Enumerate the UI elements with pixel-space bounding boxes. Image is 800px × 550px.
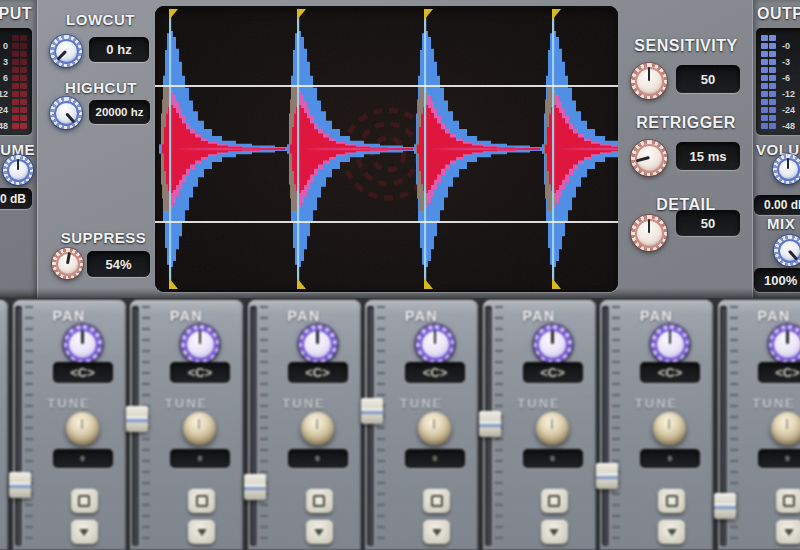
input-volume-value[interactable]: 0.00 dB bbox=[0, 188, 32, 209]
pan-value[interactable]: <C> bbox=[170, 362, 230, 383]
pan-value[interactable]: <C> bbox=[288, 362, 348, 383]
pan-value[interactable]: <C> bbox=[53, 362, 113, 383]
sample-next-button[interactable] bbox=[423, 520, 450, 544]
sensitivity-value[interactable]: 50 bbox=[676, 65, 740, 93]
pan-knob[interactable] bbox=[769, 325, 800, 363]
sample-prev-button[interactable] bbox=[188, 489, 215, 513]
meter-scale-label: -3 bbox=[782, 59, 790, 65]
highcut-knob[interactable] bbox=[50, 97, 82, 129]
tune-knob[interactable] bbox=[653, 412, 686, 445]
output-volume-value[interactable]: 0.00 dB bbox=[754, 195, 800, 215]
pan-knob[interactable] bbox=[299, 325, 337, 363]
tune-value[interactable]: 0 bbox=[758, 449, 800, 468]
pan-value[interactable]: <C> bbox=[758, 362, 800, 383]
fader-track[interactable] bbox=[602, 306, 609, 546]
sensitivity-knob[interactable] bbox=[631, 63, 667, 99]
pan-value[interactable]: <C> bbox=[523, 362, 583, 383]
fader-handle[interactable] bbox=[596, 463, 618, 489]
meter-led bbox=[12, 99, 19, 105]
channel-strip: PAN<C>TUNE0 bbox=[600, 300, 713, 550]
tune-knob[interactable] bbox=[536, 412, 569, 445]
sample-next-button[interactable] bbox=[188, 520, 215, 544]
mix-value[interactable]: 100% bbox=[754, 268, 800, 292]
mix-knob[interactable] bbox=[774, 235, 800, 266]
meter-led bbox=[769, 51, 776, 57]
down-arrow-icon bbox=[197, 529, 207, 536]
meter-led bbox=[20, 67, 27, 73]
meter-scale-label: -12 bbox=[782, 91, 795, 97]
trigger-marker-line[interactable] bbox=[552, 10, 554, 288]
input-volume-knob[interactable] bbox=[3, 155, 33, 185]
sample-next-button[interactable] bbox=[306, 520, 333, 544]
meter-led bbox=[20, 59, 27, 65]
tune-value[interactable]: 0 bbox=[640, 449, 700, 468]
fader-handle[interactable] bbox=[479, 411, 501, 437]
trigger-marker-line[interactable] bbox=[297, 10, 299, 288]
threshold-line[interactable] bbox=[155, 85, 618, 87]
pan-knob[interactable] bbox=[534, 325, 572, 363]
sample-prev-button[interactable] bbox=[423, 489, 450, 513]
lowcut-knob[interactable] bbox=[50, 35, 82, 67]
sample-next-button[interactable] bbox=[71, 520, 98, 544]
sample-next-button[interactable] bbox=[541, 520, 568, 544]
channel-strip: PAN<C>TUNE0 bbox=[483, 300, 596, 550]
pan-knob[interactable] bbox=[64, 325, 102, 363]
square-icon bbox=[783, 495, 795, 507]
tune-value[interactable]: 0 bbox=[405, 449, 465, 468]
pan-knob[interactable] bbox=[181, 325, 219, 363]
fader-handle[interactable] bbox=[714, 493, 736, 519]
meter-scale-label: 0 bbox=[0, 43, 8, 49]
pan-knob[interactable] bbox=[651, 325, 689, 363]
tune-knob[interactable] bbox=[301, 412, 334, 445]
highcut-value[interactable]: 20000 hz bbox=[89, 100, 150, 124]
fader-track[interactable] bbox=[250, 306, 257, 546]
meter-led bbox=[12, 43, 19, 49]
tune-value[interactable]: 0 bbox=[288, 449, 348, 468]
meter-led bbox=[769, 43, 776, 49]
meter-led bbox=[12, 107, 19, 113]
detail-value[interactable]: 50 bbox=[676, 210, 740, 236]
trigger-marker-line[interactable] bbox=[424, 10, 426, 288]
sample-prev-button[interactable] bbox=[71, 489, 98, 513]
fader-track[interactable] bbox=[367, 306, 374, 546]
pan-value[interactable]: <C> bbox=[640, 362, 700, 383]
square-icon bbox=[313, 495, 325, 507]
tune-value[interactable]: 0 bbox=[523, 449, 583, 468]
sample-next-button[interactable] bbox=[658, 520, 685, 544]
sample-prev-button[interactable] bbox=[306, 489, 333, 513]
lowcut-value[interactable]: 0 hz bbox=[89, 37, 149, 62]
meter-led bbox=[20, 51, 27, 57]
output-volume-knob[interactable] bbox=[773, 154, 800, 184]
tune-knob[interactable] bbox=[771, 412, 800, 445]
channel-strip: PAN<C>TUNE0 bbox=[718, 300, 800, 550]
sample-next-button[interactable] bbox=[776, 520, 800, 544]
retrigger-knob[interactable] bbox=[631, 140, 667, 176]
pan-knob[interactable] bbox=[416, 325, 454, 363]
fader-track[interactable] bbox=[15, 306, 22, 546]
retrigger-value[interactable]: 15 ms bbox=[676, 142, 740, 170]
tune-knob[interactable] bbox=[418, 412, 451, 445]
meter-led bbox=[20, 107, 27, 113]
waveform-display[interactable] bbox=[155, 6, 618, 292]
tune-knob[interactable] bbox=[183, 412, 216, 445]
pan-value[interactable]: <C> bbox=[405, 362, 465, 383]
meter-led bbox=[761, 75, 768, 81]
sample-prev-button[interactable] bbox=[541, 489, 568, 513]
tune-value[interactable]: 0 bbox=[53, 449, 113, 468]
detail-knob[interactable] bbox=[631, 215, 667, 251]
suppress-knob[interactable] bbox=[52, 248, 83, 279]
fader-handle[interactable] bbox=[9, 472, 31, 498]
tune-label: TUNE bbox=[13, 396, 126, 411]
sample-prev-button[interactable] bbox=[776, 489, 800, 513]
threshold-line[interactable] bbox=[155, 221, 618, 223]
meter-led bbox=[12, 51, 19, 57]
tune-value[interactable]: 0 bbox=[170, 449, 230, 468]
pan-label: PAN bbox=[248, 308, 361, 324]
sample-prev-button[interactable] bbox=[658, 489, 685, 513]
trigger-marker-line[interactable] bbox=[169, 10, 171, 288]
meter-led bbox=[12, 75, 19, 81]
tune-knob[interactable] bbox=[66, 412, 99, 445]
suppress-value[interactable]: 54% bbox=[87, 251, 150, 277]
fader-handle[interactable] bbox=[244, 474, 266, 500]
meter-led bbox=[20, 75, 27, 81]
